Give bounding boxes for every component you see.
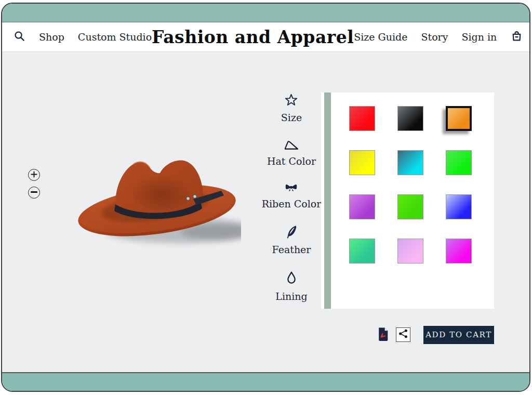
share-nodes-icon xyxy=(398,328,408,341)
export-pdf-button[interactable] xyxy=(377,327,389,343)
color-swatch-green[interactable] xyxy=(446,150,472,175)
nav-left: Shop Custom Studio xyxy=(14,30,152,44)
color-swatch-spring-green[interactable] xyxy=(349,239,375,264)
header: Shop Custom Studio Fashion and Apparel S… xyxy=(2,22,529,52)
add-to-cart-button[interactable]: ADD TO CART xyxy=(423,326,494,344)
option-feather[interactable]: Feather xyxy=(272,225,311,255)
nav-item-shop[interactable]: Shop xyxy=(39,31,64,43)
minus-icon xyxy=(31,189,37,197)
swatch-grid xyxy=(349,106,472,264)
top-accent-bar xyxy=(2,4,529,22)
option-label: Hat Color xyxy=(267,155,316,167)
option-size[interactable]: Size xyxy=(281,93,302,123)
option-lining[interactable]: Lining xyxy=(275,270,307,302)
drop-icon xyxy=(285,270,298,288)
bow-icon xyxy=(285,182,298,195)
hat-icon xyxy=(284,138,299,153)
zoom-out-button[interactable] xyxy=(28,187,40,199)
nav-right: Size Guide Story Sign in xyxy=(354,30,523,44)
option-riben-color[interactable]: Riben Color xyxy=(262,182,322,209)
color-swatch-orange[interactable] xyxy=(446,106,472,131)
search-button[interactable] xyxy=(14,30,25,44)
pdf-file-icon xyxy=(377,327,389,343)
color-swatch-panel xyxy=(321,93,494,309)
plus-icon xyxy=(31,171,37,179)
bottom-accent-bar xyxy=(2,372,529,391)
shopping-bag-icon xyxy=(510,30,523,44)
color-swatch-lime-green[interactable] xyxy=(397,194,423,219)
option-label: Feather xyxy=(272,244,311,255)
option-label: Riben Color xyxy=(262,198,322,209)
color-swatch-blue[interactable] xyxy=(446,194,472,219)
zoom-controls xyxy=(28,169,40,199)
color-swatch-magenta[interactable] xyxy=(446,239,472,264)
color-swatch-black[interactable] xyxy=(397,106,423,131)
color-swatch-red[interactable] xyxy=(349,106,375,131)
panel-accent-bar xyxy=(324,93,331,309)
nav-item-custom-studio[interactable]: Custom Studio xyxy=(78,31,152,43)
product-image-fedora-hat xyxy=(74,145,241,249)
cart-bag-button[interactable] xyxy=(510,30,523,44)
nav-item-story[interactable]: Story xyxy=(421,31,448,43)
option-hat-color[interactable]: Hat Color xyxy=(267,138,316,167)
nav-item-sign-in[interactable]: Sign in xyxy=(461,31,497,43)
app-window: Shop Custom Studio Fashion and Apparel S… xyxy=(1,3,530,392)
color-swatch-pink[interactable] xyxy=(397,239,423,264)
star-icon xyxy=(284,93,298,109)
color-swatch-purple[interactable] xyxy=(349,194,375,219)
zoom-in-button[interactable] xyxy=(28,169,40,181)
share-button[interactable] xyxy=(396,327,410,342)
nav-item-size-guide[interactable]: Size Guide xyxy=(354,31,407,43)
option-label: Lining xyxy=(275,291,307,302)
page-title: Fashion and Apparel xyxy=(152,27,354,47)
search-icon xyxy=(14,30,25,44)
action-row: ADD TO CART xyxy=(321,324,494,345)
color-swatch-yellow[interactable] xyxy=(349,150,375,175)
main-content: Size Hat Color xyxy=(2,54,529,372)
color-swatch-cyan[interactable] xyxy=(397,150,423,175)
option-label: Size xyxy=(281,112,302,123)
customize-options: Size Hat Color xyxy=(258,93,325,302)
feather-icon xyxy=(285,225,298,241)
